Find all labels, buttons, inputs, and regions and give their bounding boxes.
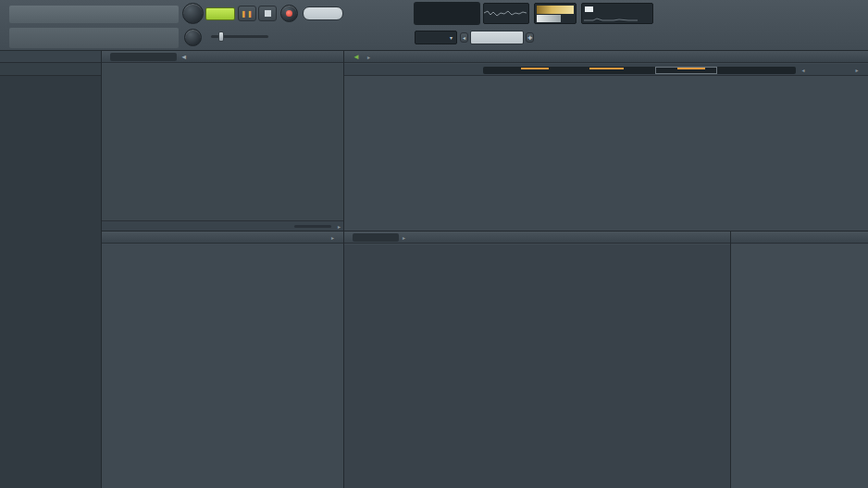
chevron-right-icon: ▸	[367, 54, 370, 60]
channel-rack-window: ◄ ▸	[102, 51, 344, 231]
song-mode-button[interactable]	[205, 7, 235, 20]
chevron-down-icon: ▾	[450, 34, 453, 41]
snap-selector[interactable]: ▾	[415, 31, 457, 44]
record-button[interactable]	[280, 5, 298, 22]
song-info-panel	[9, 28, 179, 48]
channel-list	[102, 64, 344, 220]
hint-bar	[719, 29, 837, 48]
main-volume-knob[interactable]	[182, 3, 204, 24]
speaker-icon: ◄	[180, 53, 187, 61]
browser-panel	[0, 51, 102, 488]
speaker-icon: ◄	[353, 53, 360, 61]
cpu-panel[interactable]	[581, 3, 653, 24]
pause-icon: ❚❚	[241, 10, 254, 18]
fl-studio-app: ❚❚ ▾ ◂ ✚	[0, 0, 868, 488]
keyboard-preview-lower	[537, 15, 561, 22]
rack-filter-dropdown[interactable]	[110, 53, 177, 61]
playlist-window: ◄ ▸ ◂ ▸	[344, 51, 868, 231]
top-toolbar: ❚❚ ▾ ◂ ✚	[0, 0, 868, 51]
cpu-block	[585, 6, 593, 12]
menu-bar	[9, 6, 179, 23]
scroll-right-icon[interactable]: ▸	[338, 223, 341, 230]
rack-h-scrollbar[interactable]	[294, 225, 331, 228]
overview-marker	[521, 68, 549, 69]
piano-roll-window: ▸	[102, 231, 344, 488]
pattern-prev-button[interactable]: ◂	[460, 32, 468, 43]
stop-icon	[265, 10, 271, 17]
add-channel-button[interactable]	[231, 222, 242, 231]
keyboard-preview[interactable]	[534, 3, 577, 24]
oscilloscope[interactable]	[483, 3, 529, 24]
p attern-selector[interactable]	[470, 31, 524, 44]
overview-viewport[interactable]	[655, 67, 718, 74]
pause-button[interactable]: ❚❚	[238, 6, 256, 21]
shuffle-slider-handle[interactable]	[218, 31, 224, 42]
mixer-layout-dropdown[interactable]	[353, 233, 399, 242]
fx-panel-body	[731, 244, 868, 488]
shuffle-slider[interactable]	[211, 35, 268, 38]
record-icon	[286, 10, 292, 17]
keyboard-preview-upper	[537, 6, 574, 14]
mixer-body	[344, 244, 731, 488]
browser-tabs	[0, 63, 101, 76]
time-display[interactable]	[414, 2, 480, 25]
mixer-window: ▸	[344, 231, 731, 488]
stop-button[interactable]	[258, 6, 277, 21]
tempo-display[interactable]	[303, 6, 343, 20]
main-pitch-knob[interactable]	[184, 29, 202, 46]
scroll-right-icon[interactable]: ▸	[853, 66, 861, 74]
overview-marker	[589, 68, 624, 69]
scroll-left-icon[interactable]: ◂	[800, 66, 807, 74]
mixer-fx-panel	[731, 231, 868, 488]
piano-roll-body	[102, 244, 344, 488]
playlist-body	[344, 76, 868, 231]
playlist-overview-strip[interactable]	[483, 67, 796, 74]
chevron-right-icon: ▸	[403, 234, 405, 241]
chevron-right-icon: ▸	[331, 234, 334, 241]
pattern-next-button[interactable]: ✚	[526, 32, 534, 43]
